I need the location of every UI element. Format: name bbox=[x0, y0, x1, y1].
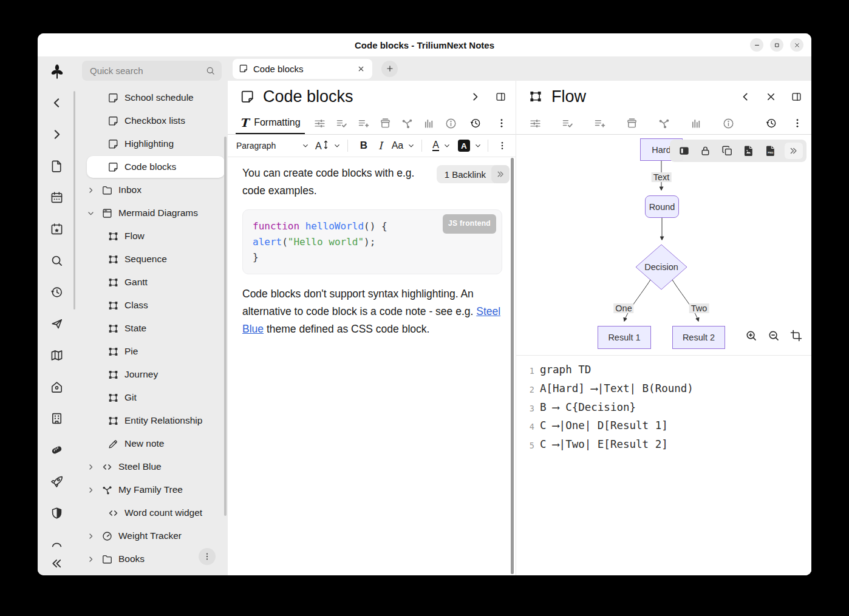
basic-properties-tab[interactable] bbox=[313, 117, 327, 130]
chevron-right-icon[interactable] bbox=[87, 532, 101, 540]
chevron-right-icon[interactable] bbox=[87, 486, 101, 494]
tree-item-code-blocks[interactable]: Code blocks bbox=[76, 155, 228, 178]
bold-button[interactable]: B bbox=[355, 140, 373, 152]
tree-item-my-family-tree[interactable]: My Family Tree bbox=[76, 478, 228, 501]
reset-zoom-button[interactable] bbox=[789, 328, 803, 342]
background-color-dropdown[interactable]: A bbox=[451, 140, 482, 152]
note-map-tab[interactable] bbox=[401, 117, 414, 130]
tree-item-gantt[interactable]: Gantt bbox=[76, 271, 228, 294]
note-title[interactable]: Code blocks bbox=[263, 87, 353, 106]
toolbar-more-button[interactable] bbox=[496, 140, 508, 152]
tab-code-blocks[interactable]: Code blocks bbox=[233, 59, 372, 79]
tree-item-word-count-widget[interactable]: Word count widget bbox=[76, 501, 228, 524]
owned-attributes-tab[interactable] bbox=[561, 117, 574, 130]
go-back-button[interactable] bbox=[50, 95, 64, 110]
font-size-dropdown[interactable]: A bbox=[315, 140, 341, 152]
tree-item-highlighting[interactable]: Highlighting bbox=[76, 132, 228, 155]
toggle-split-button[interactable] bbox=[789, 90, 803, 103]
tree-more-button[interactable] bbox=[199, 548, 216, 565]
tree-item-inbox[interactable]: Inbox bbox=[76, 178, 228, 201]
center-scrollbar[interactable] bbox=[511, 158, 514, 574]
basic-properties-tab[interactable] bbox=[528, 117, 542, 130]
rocket-button[interactable] bbox=[50, 474, 64, 489]
today-button[interactable] bbox=[50, 222, 64, 236]
collapse-launcher-button[interactable] bbox=[50, 556, 64, 570]
tab-formatting[interactable]: T Formatting bbox=[236, 112, 305, 134]
shield-button[interactable] bbox=[50, 506, 64, 520]
zoom-out-button[interactable] bbox=[766, 328, 780, 342]
new-note-button[interactable] bbox=[50, 158, 64, 173]
copy-image-button[interactable] bbox=[720, 144, 734, 158]
recent-changes-button[interactable] bbox=[50, 285, 64, 299]
chevron-right-icon[interactable] bbox=[87, 186, 101, 194]
toggle-split-button[interactable] bbox=[494, 90, 507, 103]
move-left-button[interactable] bbox=[738, 90, 752, 103]
code-block[interactable]: JS frontend function helloWorld() { aler… bbox=[242, 209, 502, 274]
export-png-button[interactable] bbox=[763, 144, 777, 158]
tree-item-weight-tracker[interactable]: Weight Tracker bbox=[76, 524, 228, 547]
home-button[interactable] bbox=[50, 379, 64, 394]
inherited-attributes-tab[interactable] bbox=[593, 117, 606, 130]
tree-scrollbar[interactable] bbox=[224, 137, 227, 516]
note-paths-tab[interactable] bbox=[379, 117, 392, 130]
mermaid-source-editor[interactable]: 1graph TD2A[Hard] ⟶|Text| B(Round)3B ⟶ C… bbox=[516, 356, 811, 455]
close-button[interactable] bbox=[790, 38, 803, 52]
expand-note-button[interactable] bbox=[468, 90, 482, 103]
tree-item-sequence[interactable]: Sequence bbox=[76, 248, 228, 271]
inherited-attributes-tab[interactable] bbox=[357, 117, 370, 130]
revisions-button[interactable] bbox=[469, 117, 482, 130]
go-forward-button[interactable] bbox=[50, 127, 64, 141]
note-title[interactable]: Flow bbox=[551, 87, 586, 106]
source-line[interactable]: 4C ⟶|One| D[Result 1] bbox=[525, 417, 811, 436]
tree-item-git[interactable]: Git bbox=[76, 386, 228, 409]
collapse-toolbar-button[interactable] bbox=[785, 143, 803, 159]
tree-item-checkbox-lists[interactable]: Checkbox lists bbox=[76, 109, 228, 132]
tree-item-state[interactable]: State bbox=[76, 317, 228, 340]
revisions-button[interactable] bbox=[765, 117, 778, 130]
map-button[interactable] bbox=[50, 348, 64, 362]
note-info-tab[interactable] bbox=[445, 117, 458, 130]
bread-button[interactable] bbox=[50, 442, 64, 457]
paragraph-style-dropdown[interactable]: Paragraph bbox=[236, 141, 309, 151]
close-tab-button[interactable] bbox=[355, 63, 366, 74]
similar-notes-tab[interactable] bbox=[423, 117, 436, 130]
chevrons-right-icon[interactable] bbox=[491, 165, 510, 183]
minimize-button[interactable] bbox=[750, 38, 763, 52]
chevron-right-icon[interactable] bbox=[87, 555, 101, 563]
more-options-button[interactable] bbox=[791, 117, 804, 130]
backlink-chip[interactable]: 1 Backlink bbox=[437, 165, 510, 183]
text-case-dropdown[interactable]: Aa bbox=[388, 140, 415, 151]
note-paths-tab[interactable] bbox=[625, 117, 638, 130]
new-tab-button[interactable] bbox=[381, 61, 398, 77]
tree-item-pie[interactable]: Pie bbox=[76, 340, 228, 363]
export-svg-button[interactable] bbox=[742, 144, 756, 158]
tree-item-mermaid-diagrams[interactable]: Mermaid Diagrams bbox=[76, 201, 228, 225]
tree-item-steel-blue[interactable]: Steel Blue bbox=[76, 455, 228, 478]
scrolled-item-icon[interactable] bbox=[50, 537, 64, 552]
window-titlebar[interactable]: Code blocks - TriliumNext Notes bbox=[38, 33, 811, 56]
tree-item-journey[interactable]: Journey bbox=[76, 363, 228, 386]
tree-item-statistics[interactable]: Statistics bbox=[76, 570, 228, 575]
jump-to-note-button[interactable] bbox=[50, 316, 64, 331]
note-info-tab[interactable] bbox=[721, 117, 735, 130]
chevron-down-icon[interactable] bbox=[87, 209, 101, 217]
note-content[interactable]: You can create code blocks with e.g. cod… bbox=[228, 157, 516, 338]
tree-item-school-schedule[interactable]: School schedule bbox=[76, 86, 228, 109]
calendar-button[interactable] bbox=[50, 190, 64, 205]
toggle-layout-button[interactable] bbox=[677, 144, 691, 158]
paragraph[interactable]: Code blocks don't support syntax highlig… bbox=[242, 285, 502, 338]
source-line[interactable]: 3B ⟶ C{Decision} bbox=[525, 399, 811, 418]
font-color-dropdown[interactable]: A bbox=[429, 140, 451, 152]
source-line[interactable]: 2A[Hard] ⟶|Text| B(Round) bbox=[525, 380, 811, 399]
source-line[interactable]: 5C ⟶|Two| E[Result 2] bbox=[525, 436, 811, 455]
tree-item-new-note[interactable]: New note bbox=[76, 432, 228, 455]
owned-attributes-tab[interactable] bbox=[335, 117, 349, 130]
source-line[interactable]: 1graph TD bbox=[525, 361, 811, 380]
mermaid-diagram[interactable]: HardRoundDecisionResult 1Result 2TextOne… bbox=[516, 135, 811, 356]
office-button[interactable] bbox=[50, 411, 64, 425]
chevron-right-icon[interactable] bbox=[87, 462, 101, 471]
maximize-button[interactable] bbox=[770, 38, 783, 52]
tree-item-entity-relationship[interactable]: Entity Relationship bbox=[76, 409, 228, 432]
close-split-button[interactable] bbox=[764, 90, 777, 103]
similar-notes-tab[interactable] bbox=[689, 117, 703, 130]
